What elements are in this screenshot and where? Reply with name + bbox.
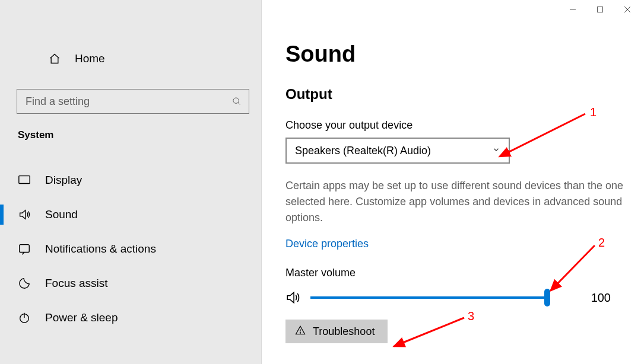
sidebar-item-notifications[interactable]: Notifications & actions (0, 232, 261, 266)
sidebar-nav: Display Sound Notifications & actions Fo… (0, 163, 261, 335)
sidebar-item-label: Sound (45, 208, 78, 221)
slider-track (310, 296, 548, 299)
annotation-label-1: 1 (590, 106, 596, 119)
sidebar-item-label: Focus assist (45, 277, 108, 290)
master-volume-label: Master volume (285, 267, 641, 279)
sidebar: Home System Display Sound (0, 0, 261, 364)
annotation-label-2: 2 (598, 236, 605, 250)
sidebar-item-power-sleep[interactable]: Power & sleep (0, 301, 261, 335)
master-volume-slider[interactable] (310, 290, 548, 305)
troubleshoot-button[interactable]: Troubleshoot (285, 320, 388, 343)
notifications-icon (18, 242, 31, 256)
output-note: Certain apps may be set up to use differ… (285, 178, 641, 226)
sidebar-item-label: Display (45, 174, 82, 187)
settings-window: Settings Home System (0, 0, 641, 364)
output-device-selected: Speakers (Realtek(R) Audio) (295, 145, 431, 157)
search-input[interactable] (17, 95, 225, 108)
sidebar-search[interactable] (17, 89, 249, 114)
sidebar-item-label: Power & sleep (45, 311, 118, 324)
main-content: Sound Output Choose your output device S… (262, 0, 641, 364)
sidebar-home[interactable]: Home (49, 52, 105, 65)
sidebar-item-sound[interactable]: Sound (0, 197, 261, 232)
volume-icon (285, 290, 301, 305)
svg-rect-8 (20, 245, 30, 253)
annotation-label-3: 3 (468, 309, 474, 323)
sidebar-item-display[interactable]: Display (0, 163, 261, 197)
focus-assist-icon (18, 277, 31, 290)
power-icon (18, 311, 31, 324)
page-title: Sound (285, 41, 641, 67)
sidebar-home-label: Home (75, 52, 105, 65)
device-properties-link[interactable]: Device properties (285, 238, 369, 250)
troubleshoot-label: Troubleshoot (313, 325, 375, 338)
warning-icon (295, 325, 306, 339)
volume-value: 100 (557, 291, 629, 305)
svg-rect-6 (19, 176, 30, 184)
output-device-dropdown[interactable]: Speakers (Realtek(R) Audio) (285, 138, 510, 164)
svg-line-5 (238, 103, 240, 104)
display-icon (18, 174, 31, 187)
sound-icon (18, 208, 31, 221)
choose-output-label: Choose your output device (285, 119, 641, 132)
svg-point-4 (233, 98, 239, 103)
sidebar-item-focus-assist[interactable]: Focus assist (0, 266, 261, 301)
output-heading: Output (285, 86, 641, 103)
chevron-down-icon (492, 145, 500, 157)
svg-point-12 (300, 332, 300, 333)
slider-thumb[interactable] (544, 289, 550, 306)
sidebar-item-label: Notifications & actions (45, 242, 156, 256)
sidebar-section-heading: System (18, 129, 53, 141)
home-icon (49, 53, 61, 65)
master-volume-row: 100 (285, 290, 641, 305)
search-icon (225, 97, 249, 106)
